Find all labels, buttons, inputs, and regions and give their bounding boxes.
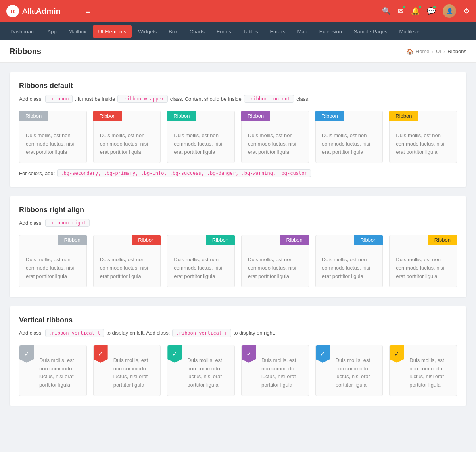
top-bar-icons: 🔍 ✉ 🔔 💬 👤 ⚙: [382, 4, 470, 18]
ribbon-vert-tag-4: ✓: [242, 345, 256, 363]
breadcrumb-sep2: ›: [443, 48, 445, 54]
code-ribbon-right: .ribbon-right: [45, 219, 90, 227]
ribbon-right-tag-1: Ribbon: [58, 235, 86, 245]
top-bar: α AlfaAdmin ≡ 🔍 ✉ 🔔 💬 👤 ⚙: [0, 0, 476, 22]
ribbon-card-5: Ribbon Duis mollis, est non commodo luct…: [315, 111, 383, 163]
ribbon-card-2: Ribbon Duis mollis, est non commodo luct…: [93, 111, 161, 163]
ribbon-vert-card-6: ✓ Duis mollis, est non commodo luctus, n…: [389, 345, 457, 396]
ribbon-vert-tag-3: ✓: [167, 345, 182, 363]
code-ribbon-content: .ribbon-content: [244, 95, 294, 103]
card-right-text-3: Duis mollis, est non commodo luctus, nis…: [174, 256, 228, 280]
nav-multilevel[interactable]: Multilevel: [393, 25, 426, 38]
nav-box[interactable]: Box: [163, 25, 183, 38]
section-default-desc: Add class: .ribbon . It must be inside .…: [19, 95, 457, 103]
breadcrumb-ui[interactable]: UI: [436, 48, 441, 54]
desc-add-class: Add class:: [19, 96, 43, 102]
ribbon-right-grid: Ribbon Duis mollis, est non commodo luct…: [19, 235, 457, 287]
nav-app[interactable]: App: [42, 25, 62, 38]
card-text-3: Duis mollis, est non commodo luctus, nis…: [174, 132, 228, 156]
ribbon-default-grid: Ribbon Duis mollis, est non commodo luct…: [19, 111, 457, 163]
ribbon-vert-tag-6: ✓: [390, 345, 404, 363]
card-vert-text-1: Duis mollis, est non commodo luctus, nis…: [39, 356, 80, 389]
nav-charts[interactable]: Charts: [184, 25, 210, 38]
vert-desc-mid: to display on left. Add class:: [106, 330, 170, 336]
breadcrumb: 🏠 Home › UI › Ribbons: [407, 48, 466, 55]
section-ribbons-vertical: Vertical ribbons Add class: .ribbon-vert…: [10, 306, 466, 406]
section-ribbons-right: Ribbons right align Add class: .ribbon-r…: [10, 196, 466, 297]
color-note: For colors, add: .bg-secondary, .bg-prim…: [19, 169, 457, 177]
ribbon-right-card-3: Ribbon Duis mollis, est non commodo luct…: [167, 235, 235, 287]
section-vertical-title: Vertical ribbons: [19, 316, 457, 324]
ribbon-right-card-4: Ribbon Duis mollis, est non commodo luct…: [241, 235, 309, 287]
ribbon-right-tag-6: Ribbon: [428, 235, 457, 245]
section-default-title: Ribbons default: [19, 82, 457, 90]
nav-map[interactable]: Map: [292, 25, 313, 38]
card-right-text-6: Duis mollis, est non commodo luctus, nis…: [396, 256, 450, 280]
nav-dashboard[interactable]: Dashboard: [5, 25, 41, 38]
desc-mid2: class. Content should be inside: [170, 96, 242, 102]
avatar[interactable]: 👤: [443, 4, 456, 18]
card-right-text-2: Duis mollis, est non commodo luctus, nis…: [100, 256, 154, 280]
ribbon-right-card-5: Ribbon Duis mollis, est non commodo luct…: [315, 235, 383, 287]
nav-extension[interactable]: Extension: [314, 25, 347, 38]
ribbon-right-tag-3: Ribbon: [206, 235, 235, 245]
card-vert-text-5: Duis mollis, est non commodo luctus, nis…: [336, 356, 376, 389]
vert-desc-prefix: Add class:: [19, 330, 43, 336]
nav-ui-elements[interactable]: UI Elements: [93, 25, 132, 38]
page-header: Ribbons 🏠 Home › UI › Ribbons: [0, 40, 476, 63]
card-right-text-1: Duis mollis, est non commodo luctus, nis…: [26, 256, 80, 280]
breadcrumb-sep1: ›: [432, 48, 434, 54]
ribbon-right-card-6: Ribbon Duis mollis, est non commodo luct…: [389, 235, 457, 287]
nav-tables[interactable]: Tables: [238, 25, 264, 38]
ribbon-tag-5: Ribbon: [315, 111, 344, 121]
ribbon-card-4: Ribbon Duis mollis, est non commodo luct…: [241, 111, 309, 163]
card-vert-text-6: Duis mollis, est non commodo luctus, nis…: [409, 356, 450, 389]
ribbon-vert-tag-2: ✓: [94, 345, 108, 363]
nav-emails[interactable]: Emails: [264, 25, 291, 38]
ribbon-tag-4: Ribbon: [241, 111, 270, 121]
ribbon-right-tag-4: Ribbon: [280, 235, 309, 245]
bell-icon[interactable]: 🔔: [411, 7, 420, 15]
code-ribbon-vertical-r: .ribbon-vertical-r: [172, 329, 231, 337]
breadcrumb-home[interactable]: Home: [416, 48, 430, 54]
section-ribbons-default: Ribbons default Add class: .ribbon . It …: [10, 72, 466, 187]
logo: α AlfaAdmin: [6, 5, 78, 17]
right-desc-add-class: Add class:: [19, 220, 43, 226]
search-icon[interactable]: 🔍: [382, 7, 391, 15]
logo-icon: α: [6, 5, 19, 17]
ribbon-vert-card-3: ✓ Duis mollis, est non commodo luctus, n…: [167, 345, 235, 396]
ribbon-vert-tag-1: ✓: [19, 345, 34, 363]
ribbon-vertical-grid: ✓ Duis mollis, est non commodo luctus, n…: [19, 345, 457, 396]
card-text-1: Duis mollis, est non commodo luctus, nis…: [26, 132, 80, 156]
hamburger-button[interactable]: ≡: [83, 5, 94, 17]
section-right-title: Ribbons right align: [19, 206, 457, 214]
desc-suffix: class.: [296, 96, 309, 102]
ribbon-tag-6: Ribbon: [389, 111, 418, 121]
chat-icon[interactable]: 💬: [427, 7, 436, 15]
ribbon-vert-card-1: ✓ Duis mollis, est non commodo luctus, n…: [19, 345, 87, 396]
ribbon-vert-card-5: ✓ Duis mollis, est non commodo luctus, n…: [315, 345, 383, 396]
mail-icon[interactable]: ✉: [398, 7, 404, 15]
card-text-4: Duis mollis, est non commodo luctus, nis…: [248, 132, 302, 156]
card-text-6: Duis mollis, est non commodo luctus, nis…: [396, 132, 450, 156]
card-text-2: Duis mollis, est non commodo luctus, nis…: [100, 132, 154, 156]
code-ribbon: .ribbon: [45, 95, 73, 103]
code-ribbon-vertical-l: .ribbon-vertical-l: [45, 329, 104, 337]
ribbon-tag-3: Ribbon: [167, 111, 196, 121]
card-right-text-4: Duis mollis, est non commodo luctus, nis…: [248, 256, 302, 280]
nav-sample-pages[interactable]: Sample Pages: [348, 25, 393, 38]
ribbon-right-tag-2: Ribbon: [132, 235, 161, 245]
ribbon-vert-card-4: ✓ Duis mollis, est non commodo luctus, n…: [241, 345, 309, 396]
code-ribbon-wrapper: .ribbon-wrapper: [117, 95, 167, 103]
settings-icon[interactable]: ⚙: [463, 7, 470, 15]
ribbon-card-1: Ribbon Duis mollis, est non commodo luct…: [19, 111, 87, 163]
section-vertical-desc: Add class: .ribbon-vertical-l to display…: [19, 329, 457, 337]
nav-forms[interactable]: Forms: [211, 25, 237, 38]
card-text-5: Duis mollis, est non commodo luctus, nis…: [322, 132, 376, 156]
nav-mailbox[interactable]: Mailbox: [63, 25, 92, 38]
vert-desc-suffix: to display on right.: [234, 330, 276, 336]
ribbon-vert-tag-5: ✓: [316, 345, 330, 363]
ribbon-card-3: Ribbon Duis mollis, est non commodo luct…: [167, 111, 235, 163]
nav-widgets[interactable]: Widgets: [132, 25, 162, 38]
ribbon-tag-1: Ribbon: [19, 111, 48, 121]
